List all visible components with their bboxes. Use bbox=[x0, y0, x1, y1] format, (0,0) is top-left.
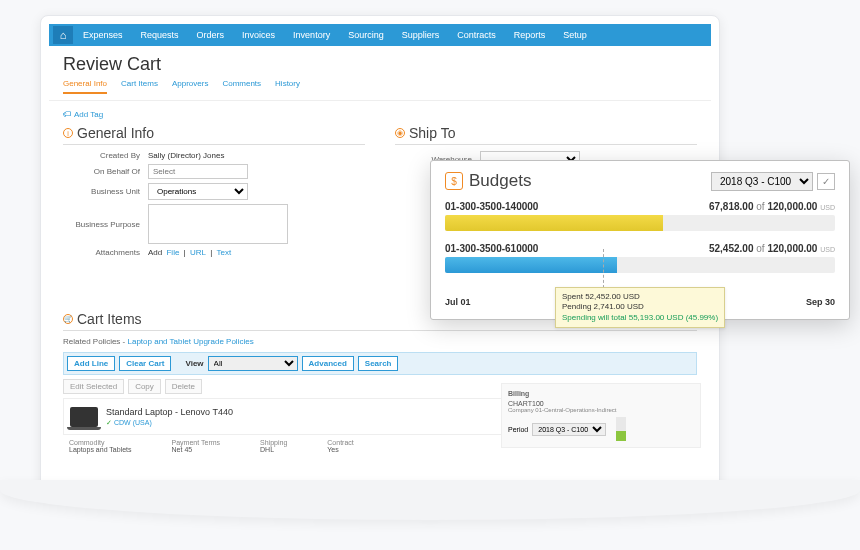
copy-button[interactable]: Copy bbox=[128, 379, 161, 394]
created-by-label: Created By bbox=[63, 151, 148, 160]
budgets-icon: $ bbox=[445, 172, 463, 190]
budget-cur-2: USD bbox=[820, 246, 835, 253]
tooltip-spending: Spending will total 55,193.00 USD (45.99… bbox=[562, 313, 718, 323]
tab-history[interactable]: History bbox=[275, 79, 300, 94]
timeline-end: Sep 30 bbox=[806, 297, 835, 307]
budget-cur-1: USD bbox=[820, 204, 835, 211]
nav-expenses[interactable]: Expenses bbox=[75, 30, 131, 40]
view-select[interactable]: All bbox=[208, 356, 298, 371]
mini-bar-icon bbox=[616, 417, 626, 441]
bu-select[interactable]: Operations bbox=[148, 183, 248, 200]
advanced-button[interactable]: Advanced bbox=[302, 356, 354, 371]
commodity-value: Laptops and Tablets bbox=[69, 446, 132, 453]
view-label: View bbox=[185, 359, 203, 368]
on-behalf-input[interactable] bbox=[148, 164, 248, 179]
billing-chart: CHART100 bbox=[508, 400, 694, 407]
cart-heading: Cart Items bbox=[77, 311, 142, 327]
cart-toolbar: Add Line Clear Cart View All Advanced Se… bbox=[63, 352, 697, 375]
add-tag-link[interactable]: Add Tag bbox=[63, 110, 103, 119]
shipping-value: DHL bbox=[260, 446, 274, 453]
chevron-down-icon[interactable]: ✓ bbox=[817, 173, 835, 190]
attach-text-link[interactable]: Text bbox=[216, 248, 231, 257]
attach-add-text: Add bbox=[148, 248, 162, 257]
laptop-icon bbox=[70, 407, 98, 427]
budget-total-2: 120,000.00 bbox=[767, 243, 817, 254]
timeline-start: Jul 01 bbox=[445, 297, 471, 307]
nav-reports[interactable]: Reports bbox=[506, 30, 554, 40]
nav-requests[interactable]: Requests bbox=[133, 30, 187, 40]
billing-heading: Billing bbox=[508, 390, 694, 397]
budget-tooltip: Spent 52,452.00 USD Pending 2,741.00 USD… bbox=[555, 287, 725, 328]
budget-row-1: 01-300-3500-140000 67,818.00 of 120,000.… bbox=[445, 201, 835, 231]
attach-label: Attachments bbox=[63, 248, 148, 257]
nav-inventory[interactable]: Inventory bbox=[285, 30, 338, 40]
terms-label: Payment Terms bbox=[172, 439, 221, 446]
bp-label: Business Purpose bbox=[63, 220, 148, 229]
related-policies: Related Policies - Laptop and Tablet Upg… bbox=[63, 337, 697, 346]
budgets-period-select[interactable]: 2018 Q3 - C100 bbox=[711, 172, 813, 191]
billing-panel: Billing CHART100 Company 01-Central-Oper… bbox=[501, 383, 701, 448]
tab-cart-items[interactable]: Cart Items bbox=[121, 79, 158, 94]
clear-cart-button[interactable]: Clear Cart bbox=[119, 356, 171, 371]
nav-contracts[interactable]: Contracts bbox=[449, 30, 504, 40]
budget-bar-1 bbox=[445, 215, 835, 231]
shipping-label: Shipping bbox=[260, 439, 287, 446]
tooltip-pending: Pending 2,741.00 USD bbox=[562, 302, 718, 312]
budget-row-2: 01-300-3500-610000 52,452.00 of 120,000.… bbox=[445, 243, 835, 273]
tooltip-spent: Spent 52,452.00 USD bbox=[562, 292, 718, 302]
period-select[interactable]: 2018 Q3 - C100 bbox=[532, 423, 606, 436]
attach-url-link[interactable]: URL bbox=[190, 248, 206, 257]
budget-timeline: Spent 52,452.00 USD Pending 2,741.00 USD… bbox=[445, 297, 835, 307]
info-icon: i bbox=[63, 128, 73, 138]
cart-icon: 🛒 bbox=[63, 314, 73, 324]
page-title: Review Cart bbox=[49, 46, 711, 79]
edit-selected-button[interactable]: Edit Selected bbox=[63, 379, 124, 394]
home-icon[interactable]: ⌂ bbox=[53, 26, 73, 44]
tab-approvers[interactable]: Approvers bbox=[172, 79, 208, 94]
bp-textarea[interactable] bbox=[148, 204, 288, 244]
period-label: Period bbox=[508, 426, 528, 433]
top-nav: ⌂ Expenses Requests Orders Invoices Inve… bbox=[49, 24, 711, 46]
on-behalf-label: On Behalf Of bbox=[63, 167, 148, 176]
related-policy-link[interactable]: Laptop and Tablet Upgrade Policies bbox=[127, 337, 253, 346]
attach-file-link[interactable]: File bbox=[166, 248, 179, 257]
commodity-label: Commodity bbox=[69, 439, 132, 446]
budget-bar-2 bbox=[445, 257, 835, 273]
budget-used-2: 52,452.00 bbox=[709, 243, 754, 254]
billing-company: Company 01-Central-Operations-Indirect bbox=[508, 407, 694, 413]
search-button[interactable]: Search bbox=[358, 356, 399, 371]
shipto-heading: Ship To bbox=[409, 125, 455, 141]
nav-invoices[interactable]: Invoices bbox=[234, 30, 283, 40]
tabs: General Info Cart Items Approvers Commen… bbox=[49, 79, 711, 101]
delete-button[interactable]: Delete bbox=[165, 379, 202, 394]
item-vendor[interactable]: CDW (USA) bbox=[106, 419, 152, 427]
nav-sourcing[interactable]: Sourcing bbox=[340, 30, 392, 40]
created-by-value: Sally (Director) Jones bbox=[148, 151, 224, 160]
add-line-button[interactable]: Add Line bbox=[67, 356, 115, 371]
contract-value: Yes bbox=[327, 446, 338, 453]
bu-label: Business Unit bbox=[63, 187, 148, 196]
nav-suppliers[interactable]: Suppliers bbox=[394, 30, 448, 40]
budget-total-1: 120,000.00 bbox=[767, 201, 817, 212]
general-info-section: iGeneral Info Created BySally (Director)… bbox=[63, 125, 365, 261]
budget-used-1: 67,818.00 bbox=[709, 201, 754, 212]
budget-acct-1: 01-300-3500-140000 bbox=[445, 201, 538, 212]
budgets-popup: $Budgets 2018 Q3 - C100 ✓ 01-300-3500-14… bbox=[430, 160, 850, 320]
tab-general-info[interactable]: General Info bbox=[63, 79, 107, 94]
budgets-heading: Budgets bbox=[469, 171, 531, 191]
nav-setup[interactable]: Setup bbox=[555, 30, 595, 40]
shipto-icon: ◉ bbox=[395, 128, 405, 138]
general-heading: General Info bbox=[77, 125, 154, 141]
nav-orders[interactable]: Orders bbox=[189, 30, 233, 40]
contract-label: Contract bbox=[327, 439, 353, 446]
budget-acct-2: 01-300-3500-610000 bbox=[445, 243, 538, 254]
tab-comments[interactable]: Comments bbox=[222, 79, 261, 94]
terms-value: Net 45 bbox=[172, 446, 193, 453]
laptop-base bbox=[0, 480, 860, 520]
